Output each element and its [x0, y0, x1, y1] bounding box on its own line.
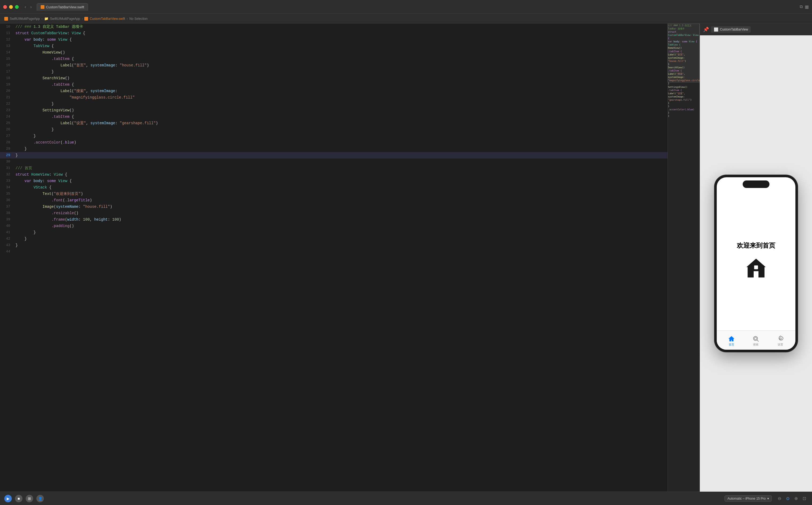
line-num-14: 14 [2, 49, 14, 56]
code-line-12: 12 var body: some View { [0, 36, 667, 43]
stop-button[interactable]: ■ [15, 495, 22, 502]
window-controls [3, 5, 19, 9]
dynamic-island [743, 180, 769, 188]
line-num-27: 27 [2, 133, 14, 139]
preview-toolbar: 📌 ⬜ CustomTabBarView [700, 24, 812, 35]
code-content-11: struct CustomTabBarView: View { [14, 30, 667, 36]
grid-button[interactable]: ⊞ [26, 495, 33, 502]
breadcrumb-sep-3: › [126, 17, 128, 21]
code-content-37: .font(.largeTitle) [14, 197, 667, 203]
preview-panel: 📌 ⬜ CustomTabBarView 欢迎来到首页 [700, 24, 812, 492]
line-num-29: 29 [2, 146, 14, 152]
minimize-button[interactable] [9, 5, 13, 9]
iphone-tab-settings[interactable]: 设置 [768, 335, 792, 346]
device-dropdown-icon: ▾ [767, 497, 769, 500]
code-line-16: 16 Label("首页", systemImage: "house.fill"… [0, 62, 667, 68]
zoom-fit-button[interactable]: ⊙ [784, 495, 791, 502]
code-content-39: .resizable() [14, 210, 667, 216]
zoom-grid-button[interactable]: ⊡ [801, 495, 808, 502]
code-line-37: 36 .font(.largeTitle) [0, 197, 667, 203]
breadcrumb-selection: No Selection [129, 17, 148, 21]
iphone-screen: 欢迎来到首页 首页 [717, 177, 795, 350]
code-line-44: 43 } [0, 242, 667, 248]
breadcrumb-label-2: SwiftUIMultiPageApp [50, 17, 80, 21]
back-arrow[interactable]: ‹ [23, 4, 28, 10]
line-num-24: 24 [2, 114, 14, 120]
line-num-44: 43 [2, 242, 14, 248]
code-content-32: /// 首页 [14, 165, 667, 171]
preview-tab[interactable]: ⬜ CustomTabBarView [711, 26, 751, 33]
line-num-41: 40 [2, 223, 14, 229]
code-content-24: .tabItem { [14, 114, 667, 120]
settings-tab-label: 设置 [778, 343, 783, 346]
device-selector[interactable]: Automatic – iPhone 15 Pro ▾ [725, 495, 772, 502]
code-line-41: 40 .padding() [0, 223, 667, 229]
iphone-tab-search[interactable]: 搜索 [744, 335, 768, 346]
line-num-15: 15 [2, 56, 14, 62]
zoom-controls: ⊖ ⊙ ⊕ ⊡ [776, 495, 808, 502]
editor-tab[interactable]: CustomTabBarView.swift [37, 3, 88, 11]
code-line-22: 22 } [0, 101, 667, 107]
code-content-43: } [14, 235, 667, 242]
code-line-14: 14 HomeView() [0, 49, 667, 56]
line-num-21: 21 [2, 94, 14, 101]
close-button[interactable] [3, 5, 7, 9]
code-line-17: 17 } [0, 68, 667, 75]
code-line-20: 20 Label("搜索", systemImage: [0, 88, 667, 94]
line-num-32: 31 [2, 165, 14, 171]
side-button-left-2 [715, 209, 715, 223]
preview-tab-label: CustomTabBarView [720, 28, 748, 31]
side-button-right [797, 204, 798, 220]
line-num-22: 22 [2, 101, 14, 107]
line-num-10: 10 [2, 24, 14, 30]
iphone-tab-home[interactable]: 首页 [720, 335, 744, 346]
code-line-30: 29 } [0, 152, 667, 159]
line-num-16: 16 [2, 62, 14, 68]
split-editor-icon[interactable]: ⧉ [800, 4, 803, 9]
code-content-44: } [14, 242, 667, 248]
breadcrumb-sep-1: › [41, 17, 43, 21]
code-content-19: .tabItem { [14, 81, 667, 88]
editor-layout-icon[interactable]: ▦ [805, 4, 809, 9]
code-content-21: "magnifyingglass.circle.fill" [14, 94, 667, 101]
code-line-36: 35 Text("欢迎来到首页") [0, 191, 667, 197]
code-content-23: SettingsView() [14, 107, 667, 114]
editor-tabs: CustomTabBarView.swift [37, 3, 800, 11]
run-button[interactable]: ▶ [4, 495, 12, 502]
breadcrumb-app[interactable]: SwiftUIMultiPageApp [4, 17, 40, 21]
search-tab-icon [752, 335, 759, 342]
pin-button[interactable]: 📌 [703, 26, 709, 32]
code-line-28: 28 .accentColor(.blue) [0, 139, 667, 146]
zoom-out-button[interactable]: ⊖ [776, 495, 783, 502]
code-content-25: Label("设置", systemImage: "gearshape.fill… [14, 120, 667, 126]
code-editor[interactable]: 10 /// ### 1.3 自定义 TabBar 选项卡 11 struct … [0, 24, 667, 492]
code-line-24: 24 .tabItem { [0, 114, 667, 120]
minimap[interactable]: /// ### 1.3 自定义 TabBar 选项卡 struct Custom… [667, 24, 700, 492]
forward-arrow[interactable]: › [29, 4, 33, 10]
code-line-35: 34 VStack { [0, 184, 667, 191]
line-num-26: 26 [2, 126, 14, 133]
line-num-23: 23 [2, 107, 14, 114]
inspector-button[interactable]: 👤 [36, 495, 44, 502]
code-content-40: .frame(width: 100, height: 100) [14, 216, 667, 223]
iphone-main-content: 欢迎来到首页 [717, 191, 795, 330]
code-content-26: } [14, 126, 667, 133]
code-line-43: 42 } [0, 235, 667, 242]
side-button-left-1 [715, 199, 715, 207]
code-line-21: 21 "magnifyingglass.circle.fill" [0, 94, 667, 101]
line-num-11: 11 [2, 30, 14, 36]
code-content-29: } [14, 146, 667, 152]
svg-point-4 [780, 338, 782, 340]
maximize-button[interactable] [15, 5, 19, 9]
line-num-12: 12 [2, 36, 14, 43]
code-content-41: .padding() [14, 223, 667, 229]
code-line-38: 37 Image(systemName: "house.fill") [0, 203, 667, 210]
zoom-in-button[interactable]: ⊕ [793, 495, 799, 502]
code-content-13: TabView { [14, 43, 667, 49]
breadcrumb-file[interactable]: CustomTabBarView.swift [84, 17, 125, 21]
code-content-12: var body: some View { [14, 36, 667, 43]
line-num-38: 37 [2, 203, 14, 210]
iphone-welcome-text: 欢迎来到首页 [737, 241, 775, 250]
swift-icon-2 [84, 17, 88, 21]
breadcrumb-folder[interactable]: 📁 SwiftUIMultiPageApp [44, 17, 80, 21]
